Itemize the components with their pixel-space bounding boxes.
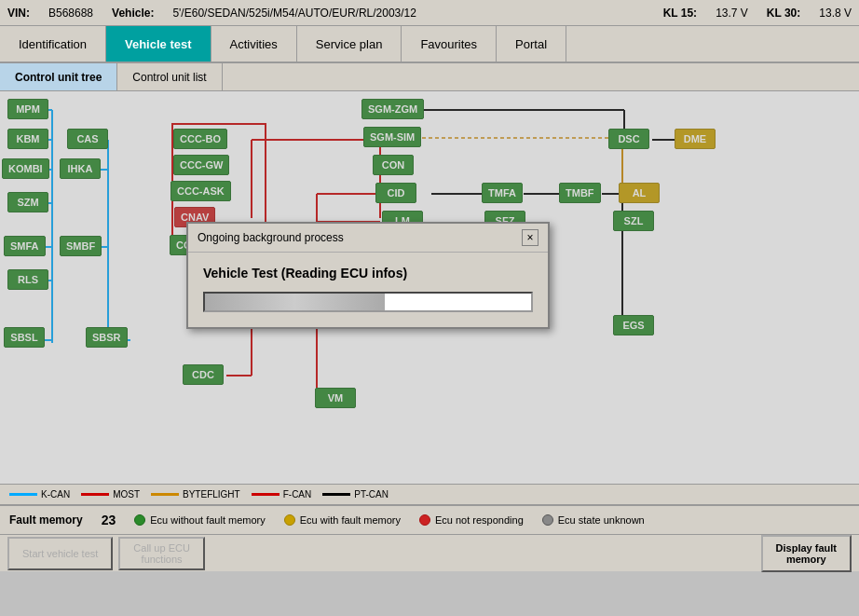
modal-overlay: Ongoing background process × Vehicle Tes… (0, 91, 859, 484)
tab-bar: Control unit tree Control unit list (0, 63, 859, 91)
progress-bar-fill (205, 294, 385, 310)
nav-bar: Identification Vehicle test Activities S… (0, 26, 859, 63)
nav-service-plan[interactable]: Service plan (297, 26, 402, 62)
bottom-buttons: Start vehicle test Call up ECUfunctions … (0, 534, 859, 571)
vehicle-value: 5'/E60/SEDAN/525i/M54/AUTO/EUR/RL/2003/1… (172, 7, 416, 20)
legend-yellow-dot (284, 514, 295, 526)
vehicle-label: Vehicle: (112, 7, 154, 20)
main-content: MPM KBM KOMBI SZM SMFA RLS SBSL CAS IHKA… (0, 91, 859, 484)
legend-with-fault: Ecu with fault memory (284, 514, 401, 526)
most-legend: MOST (81, 489, 140, 500)
nav-vehicle-test[interactable]: Vehicle test (106, 26, 211, 62)
kl15-value: 13.7 V (716, 7, 748, 20)
kl-section: KL 15: 13.7 V KL 30: 13.8 V (663, 7, 852, 20)
modal-close-button[interactable]: × (522, 229, 539, 246)
modal-dialog: Ongoing background process × Vehicle Tes… (186, 222, 550, 329)
modal-title-bar: Ongoing background process × (188, 224, 548, 253)
tab-control-unit-list[interactable]: Control unit list (117, 63, 222, 90)
fault-memory-label: Fault memory (9, 513, 83, 527)
pt-can-legend: PT-CAN (322, 489, 389, 500)
kl30-label: KL 30: (767, 7, 800, 20)
legend-not-responding-label: Ecu not responding (435, 514, 524, 526)
nav-portal[interactable]: Portal (497, 26, 566, 62)
byteflight-legend: BYTEFLIGHT (151, 489, 240, 500)
progress-bar-container (203, 292, 533, 312)
top-bar: VIN: B568688 Vehicle: 5'/E60/SEDAN/525i/… (0, 0, 859, 26)
legend-green-dot (134, 514, 145, 526)
kl30-value: 13.8 V (819, 7, 852, 20)
f-can-legend: F-CAN (252, 489, 312, 500)
display-fault-memory-button[interactable]: Display faultmemory (761, 535, 852, 572)
pt-can-line (322, 493, 350, 496)
legend-not-responding: Ecu not responding (419, 514, 524, 526)
legend-no-fault-label: Ecu without fault memory (150, 514, 266, 526)
nav-favourites[interactable]: Favourites (402, 26, 497, 62)
byteflight-line (151, 493, 179, 496)
fault-count: 23 (102, 513, 116, 527)
call-up-ecu-functions-button[interactable]: Call up ECUfunctions (118, 537, 205, 570)
kl15-label: KL 15: (663, 7, 697, 20)
legend-no-fault: Ecu without fault memory (134, 514, 266, 526)
modal-title: Ongoing background process (198, 231, 344, 244)
k-can-legend: K-CAN (9, 489, 70, 500)
modal-body: Vehicle Test (Reading ECU infos) (188, 253, 548, 327)
tab-control-unit-tree[interactable]: Control unit tree (0, 63, 117, 90)
nav-activities[interactable]: Activities (211, 26, 297, 62)
vin-value: B568688 (48, 7, 93, 20)
legend-unknown: Ecu state unknown (542, 514, 645, 526)
bottom-legend: Fault memory 23 Ecu without fault memory… (0, 504, 859, 534)
modal-vehicle-test-label: Vehicle Test (Reading ECU infos) (203, 266, 533, 281)
legend-gray-dot (542, 514, 553, 526)
f-can-line (252, 493, 280, 496)
start-vehicle-test-button[interactable]: Start vehicle test (7, 537, 113, 570)
k-can-line (9, 493, 37, 496)
vin-label: VIN: (7, 7, 30, 20)
legend-red-dot (419, 514, 430, 526)
most-line (81, 493, 109, 496)
network-legend: K-CAN MOST BYTEFLIGHT F-CAN PT-CAN (0, 484, 859, 504)
legend-unknown-label: Ecu state unknown (558, 514, 645, 526)
legend-with-fault-label: Ecu with fault memory (300, 514, 401, 526)
nav-identification[interactable]: Identification (0, 26, 106, 62)
